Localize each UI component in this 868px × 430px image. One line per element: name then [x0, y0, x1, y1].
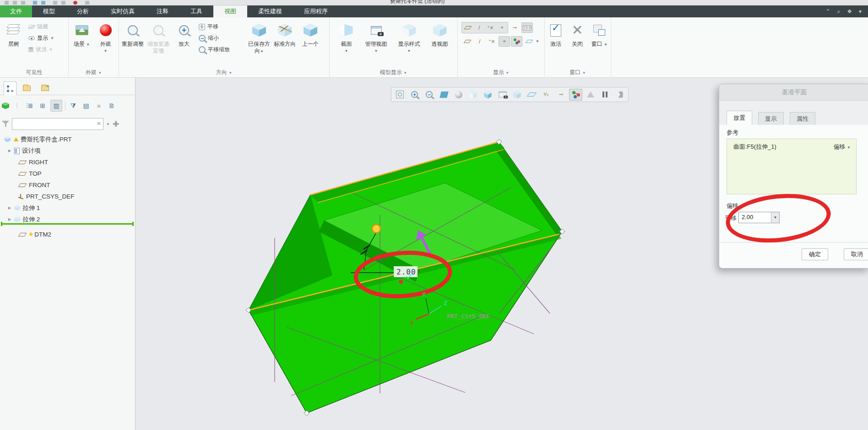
measure-icon[interactable] — [61, 1, 65, 5]
zoom-in-button[interactable]: + 放大 — [171, 19, 197, 48]
show-more-dropdown-icon[interactable]: ▼ — [536, 39, 539, 43]
tree-row-right-plane[interactable]: RIGHT — [0, 156, 136, 168]
new-file-icon[interactable] — [5, 1, 9, 5]
cancel-button[interactable]: 取消 — [844, 248, 868, 260]
tab-annotate[interactable]: 注释 — [146, 5, 179, 17]
perspective-button[interactable]: 透视图 — [427, 19, 453, 48]
expand-arrow-icon[interactable]: ▶ — [7, 206, 12, 210]
dimension-display-toggle[interactable]: 10.0 — [521, 22, 533, 33]
windows-button[interactable]: 窗口 ▼ — [589, 19, 610, 48]
tree-list-icon[interactable]: 🗎 — [107, 102, 117, 109]
collapse-all-icon[interactable]: ⊞ — [38, 102, 48, 109]
dialog-title[interactable]: 基准平面 — [719, 84, 868, 101]
tree-row-extrude-1[interactable]: ▶ 拉伸 1 — [0, 202, 136, 214]
tree-settings-icon[interactable]: ▤ — [81, 102, 91, 109]
insert-here-locator[interactable] — [1, 223, 134, 225]
regenerate-icon[interactable] — [53, 1, 57, 5]
reference-collector[interactable]: 曲面:F5(拉伸_1) 偏移 ▼ — [727, 139, 857, 194]
tab-favorites[interactable]: ✳ — [38, 81, 51, 95]
tree-columns-icon[interactable]: ▥ — [50, 100, 62, 112]
hide-button: 隐藏 — [27, 21, 56, 32]
tree-row-root[interactable]: 费斯托零件盒.PRT — [0, 134, 136, 145]
tree-row-design-items[interactable]: ▶ 设计项 — [0, 145, 136, 156]
manage-views-button[interactable]: 管理视图▼ — [361, 19, 391, 54]
tab-view[interactable]: 视图 — [213, 5, 247, 17]
dimension-text[interactable]: 2.00 — [396, 268, 416, 276]
zoom-out-button[interactable]: − 缩小 — [197, 32, 246, 44]
expand-arrow-icon[interactable]: ▶ — [7, 149, 12, 153]
overflow-chevron-icon[interactable]: » — [94, 102, 104, 109]
section-plane-toggle[interactable] — [523, 36, 535, 47]
component-icon[interactable] — [85, 1, 89, 5]
annotation-display-toggle[interactable]: ⊸ — [509, 22, 521, 33]
search-icon[interactable]: ⌕ — [837, 8, 840, 15]
ok-button[interactable]: 确定 — [802, 248, 828, 260]
window-title: 费斯托零件盒 (活动的) — [390, 0, 445, 5]
tab-model[interactable]: 模型 — [32, 5, 66, 17]
tab-analysis[interactable]: 分析 — [66, 5, 100, 17]
refit-button[interactable]: 重新调整 — [120, 19, 146, 48]
tab-folder-browser[interactable] — [20, 81, 33, 95]
redo-icon[interactable] — [41, 1, 45, 5]
scene-button[interactable]: 场景 ▼ — [71, 19, 93, 48]
csys-display-toggle[interactable]: ⌖ — [496, 22, 508, 33]
appearance-gallery-icon[interactable] — [73, 1, 77, 5]
tab-live-simulation[interactable]: 实时仿真 — [100, 5, 146, 17]
tab-flexible-modeling[interactable]: 柔性建模 — [247, 5, 293, 17]
tree-label: 拉伸 2 — [22, 215, 40, 224]
tab-tools[interactable]: 工具 — [179, 5, 213, 17]
pan-button[interactable]: 平移 — [197, 21, 246, 32]
learning-center-icon[interactable]: ❖ — [847, 8, 852, 15]
activate-button[interactable]: ✓ 激活 — [546, 19, 565, 48]
search-options-dropdown-icon[interactable]: ▼ — [106, 122, 110, 126]
tree-row-dtm2[interactable]: ✱ DTM2 — [0, 229, 136, 240]
tab-file[interactable]: 文件 — [0, 5, 32, 17]
plane-display-toggle[interactable] — [462, 22, 473, 33]
dialog-tab-placement[interactable]: 放置 — [727, 111, 752, 125]
undo-icon[interactable] — [33, 1, 37, 5]
add-filter-icon[interactable]: ✚ — [113, 119, 119, 129]
point-tag-toggle[interactable]: ˣ× — [486, 36, 498, 47]
tab-applications[interactable]: 应用程序 — [293, 5, 339, 17]
translation-dropdown-icon[interactable]: ▼ — [771, 212, 779, 223]
layer-tree-button[interactable]: 层树 — [1, 19, 27, 48]
standard-orientation-button[interactable]: 标准方向 — [272, 19, 298, 48]
translation-combobox[interactable]: 2.00 ▼ — [738, 212, 780, 223]
tree-row-csys[interactable]: PRT_CSYS_DEF — [0, 191, 136, 202]
dialog-tab-display[interactable]: 显示 — [758, 112, 784, 125]
close-window-button[interactable]: ✕ 关闭 — [567, 19, 587, 48]
show-button[interactable]: 显示▼ — [27, 32, 56, 44]
clear-search-icon[interactable]: ✕ — [97, 120, 101, 127]
section-button[interactable]: 截面▼ — [335, 19, 358, 54]
reference-row[interactable]: 曲面:F5(拉伸_1) 偏移 ▼ — [727, 139, 856, 151]
tree-filter-icon[interactable]: ⧩ — [68, 102, 78, 110]
close-icon: ✕ — [571, 23, 583, 37]
spin-center-toggle[interactable] — [511, 36, 522, 47]
pan-zoom-button[interactable]: 平移缩放 — [197, 44, 246, 55]
previous-view-button[interactable]: ⤴ 上一个 — [298, 19, 323, 48]
tree-row-top-plane[interactable]: TOP — [0, 168, 136, 179]
dialog-tab-properties[interactable]: 属性 — [790, 112, 815, 125]
saved-orientations-icon: ≡ — [252, 24, 266, 37]
csys-tag-toggle[interactable]: ⌖ — [499, 36, 510, 47]
appearance-button[interactable]: 外观 ▼ — [94, 19, 117, 54]
tree-search-input[interactable] — [12, 118, 103, 130]
tab-model-tree[interactable] — [4, 81, 16, 95]
saved-orientations-button[interactable]: ≡ 已保存方向▼ — [246, 19, 272, 55]
display-style-button[interactable]: 显示样式▼ — [394, 19, 424, 54]
open-file-icon[interactable] — [13, 1, 17, 5]
save-icon[interactable] — [21, 1, 25, 5]
collapse-ribbon-icon[interactable]: ⌃ — [825, 8, 830, 15]
axis-tag-toggle[interactable]: ∕ — [474, 36, 485, 47]
expand-arrow-icon[interactable]: ▶ — [7, 217, 12, 221]
constraint-dropdown[interactable]: 偏移 ▼ — [833, 143, 851, 151]
axis-display-toggle[interactable]: ∕ — [473, 22, 485, 33]
tree-row-front-plane[interactable]: FRONT — [0, 179, 136, 191]
point-display-toggle[interactable]: ˣ× — [485, 22, 496, 33]
more-options-icon[interactable]: ▾ — [859, 8, 862, 15]
filter-funnel-icon — [2, 121, 9, 127]
plane-tag-toggle[interactable] — [461, 36, 473, 47]
translation-value[interactable]: 2.00 — [739, 212, 771, 223]
expand-all-icon[interactable]: ⫶≣ — [25, 102, 35, 110]
graphics-area[interactable]: + − ≡ ˣ∕₊ ⊸ — [136, 78, 868, 430]
